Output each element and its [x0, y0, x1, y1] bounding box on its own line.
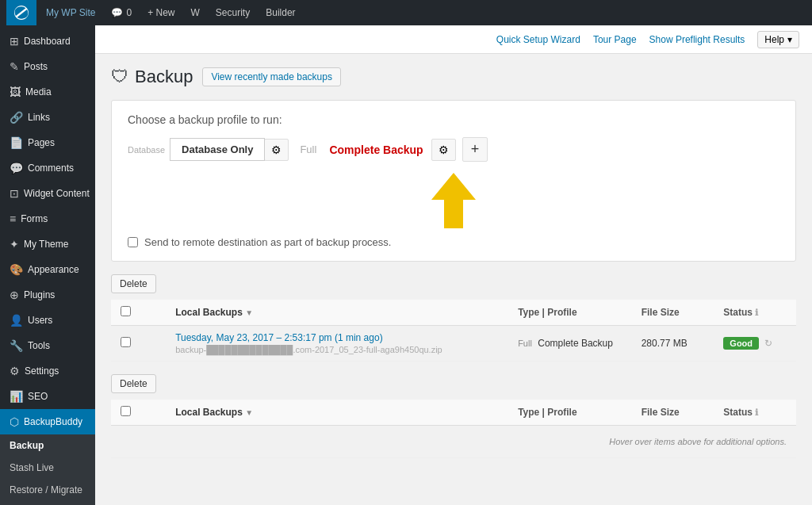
sidebar-item-settings[interactable]: ⚙ Settings	[0, 358, 95, 384]
sidebar-item-tools[interactable]: 🔧 Tools	[0, 333, 95, 358]
send-remote-checkbox[interactable]	[128, 237, 138, 247]
type-name: Complete Backup	[538, 338, 613, 349]
sidebar-item-seo[interactable]: 📊 SEO	[0, 384, 95, 409]
sidebar-item-widget-content[interactable]: ⊡ Widget Content	[0, 181, 95, 206]
col-type-header-1: Type | Profile	[508, 300, 632, 326]
dashboard-icon: ⊞	[10, 35, 19, 48]
delete-button-1[interactable]: Delete	[111, 274, 156, 293]
tour-page-link[interactable]: Tour Page	[593, 34, 637, 45]
col-name-header-2[interactable]: Local Backups ▼	[166, 400, 508, 426]
sidebar-item-appearance[interactable]: 🎨 Appearance	[0, 257, 95, 282]
seo-icon: 📊	[10, 390, 23, 403]
submenu-item-remote-dest[interactable]: Remote Destinations	[0, 501, 95, 505]
page-header: 🛡 Backup View recently made backups	[111, 67, 796, 87]
plugins-icon: ⊕	[10, 289, 19, 301]
hover-hint: Hover over items above for additional op…	[121, 432, 787, 451]
backup-filename: backup-██████████████.com-2017_05_23-ful…	[175, 345, 499, 354]
backups-table-2: Local Backups ▼ Type | Profile File Size…	[111, 400, 796, 458]
sidebar-item-label: BackupBuddy	[24, 416, 82, 427]
sidebar-item-plugins[interactable]: ⊕ Plugins	[0, 282, 95, 308]
view-backups-button[interactable]: View recently made backups	[202, 67, 341, 86]
submenu-item-backup[interactable]: Backup	[0, 434, 95, 457]
send-remote-label: Send to remote destination as part of ba…	[144, 236, 391, 248]
top-toolbar: Quick Setup Wizard Tour Page Show Prefli…	[95, 25, 812, 54]
tools-icon: 🔧	[10, 339, 23, 352]
backup-profile-card: Choose a backup profile to run: Database…	[111, 100, 796, 262]
col-check-header-2	[111, 400, 166, 426]
refresh-icon[interactable]: ↻	[764, 338, 772, 349]
complete-backup-tab[interactable]: Complete Backup	[321, 139, 431, 161]
adminbar-comments[interactable]: 💬 0	[105, 0, 138, 25]
sidebar-item-posts[interactable]: ✎ Posts	[0, 54, 95, 79]
complete-settings-gear[interactable]: ⚙	[431, 139, 456, 161]
forms-icon: ≡	[10, 212, 16, 225]
col-size-header-2: File Size	[632, 400, 714, 426]
sidebar-item-label: Plugins	[24, 289, 55, 300]
col-status-header-2: Status ℹ	[714, 400, 796, 426]
sidebar-item-pages[interactable]: 📄 Pages	[0, 130, 95, 155]
main-content: Quick Setup Wizard Tour Page Show Prefli…	[95, 25, 812, 505]
svg-marker-0	[431, 173, 476, 228]
col-size-header-1: File Size	[632, 300, 714, 326]
sidebar-item-links[interactable]: 🔗 Links	[0, 105, 95, 130]
arrow-indicator	[128, 173, 779, 228]
sidebar-item-users[interactable]: 👤 Users	[0, 308, 95, 333]
adminbar-builder[interactable]: Builder	[259, 0, 301, 25]
sidebar-item-label: Settings	[25, 365, 59, 377]
backup-table-1: Delete Local Backups ▼ Type | Profile	[111, 274, 796, 362]
admin-bar: My WP Site 💬 0 + New W Security Builder	[0, 0, 812, 25]
backup-date: Tuesday, May 23, 2017 – 2:53:17 pm (1 mi…	[175, 332, 382, 343]
backup-icon: 🛡	[111, 67, 128, 87]
select-all-checkbox-2[interactable]	[121, 406, 131, 416]
status-info-icon-2[interactable]: ℹ	[755, 407, 758, 417]
backups-table-1: Local Backups ▼ Type | Profile File Size…	[111, 300, 796, 362]
users-icon: 👤	[10, 314, 23, 327]
appearance-icon: 🎨	[10, 263, 23, 276]
quick-setup-wizard-link[interactable]: Quick Setup Wizard	[496, 34, 580, 45]
adminbar-security[interactable]: Security	[209, 0, 256, 25]
posts-icon: ✎	[10, 60, 19, 73]
select-all-checkbox-1[interactable]	[121, 306, 131, 316]
page-wrap: 🛡 Backup View recently made backups Choo…	[95, 54, 812, 484]
sidebar: ⊞ Dashboard ✎ Posts 🖼 Media 🔗 Links 📄 Pa…	[0, 25, 95, 505]
backup-status-cell: Good ↻	[714, 326, 796, 362]
sidebar-item-label: Forms	[21, 213, 48, 224]
add-profile-button[interactable]: +	[462, 137, 488, 162]
database-settings-gear[interactable]: ⚙	[264, 139, 289, 161]
show-preflight-link[interactable]: Show Preflight Results	[649, 34, 745, 45]
sidebar-item-media[interactable]: 🖼 Media	[0, 79, 95, 105]
database-prefix-label: Database	[128, 145, 165, 155]
status-info-icon-1[interactable]: ℹ	[755, 308, 758, 317]
adminbar-site-name[interactable]: My WP Site	[40, 0, 102, 25]
sidebar-item-comments[interactable]: 💬 Comments	[0, 155, 95, 181]
col-type-header-2: Type | Profile	[508, 400, 632, 426]
sidebar-item-label: My Theme	[24, 239, 68, 250]
type-prefix: Full	[518, 339, 532, 348]
sidebar-item-forms[interactable]: ≡ Forms	[0, 206, 95, 231]
col-check-header	[111, 300, 166, 326]
backup-name-cell: Tuesday, May 23, 2017 – 2:53:17 pm (1 mi…	[166, 326, 508, 362]
backup-table-2: Delete Local Backups ▼ Type | Profile	[111, 374, 796, 458]
comments-icon: 💬	[10, 162, 23, 174]
submenu-item-restore[interactable]: Restore / Migrate	[0, 479, 95, 501]
media-icon: 🖼	[10, 86, 21, 98]
sidebar-item-label: Comments	[28, 163, 74, 174]
widget-icon: ⊡	[10, 187, 19, 200]
wp-logo[interactable]	[6, 0, 36, 25]
sidebar-item-label: Tools	[28, 340, 50, 351]
send-remote-row: Send to remote destination as part of ba…	[128, 236, 779, 248]
adminbar-new[interactable]: + New	[141, 0, 181, 25]
sidebar-item-dashboard[interactable]: ⊞ Dashboard	[0, 29, 95, 54]
delete-button-2[interactable]: Delete	[111, 374, 156, 393]
sidebar-item-my-theme[interactable]: ✦ My Theme	[0, 231, 95, 257]
database-only-tab[interactable]: Database Only	[170, 138, 265, 161]
theme-icon: ✦	[10, 238, 19, 251]
profile-tabs: Database Database Only ⚙ Full Complete B…	[128, 137, 779, 162]
row-checkbox-1[interactable]	[121, 337, 131, 347]
help-button[interactable]: Help ▾	[757, 31, 799, 48]
col-name-header-1[interactable]: Local Backups ▼	[166, 300, 508, 326]
submenu-item-stash-live[interactable]: Stash Live	[0, 457, 95, 479]
sidebar-item-backupbuddy[interactable]: ⬡ BackupBuddy	[0, 409, 95, 434]
adminbar-ithemes[interactable]: W	[185, 0, 206, 25]
page-title: 🛡 Backup	[111, 67, 193, 87]
